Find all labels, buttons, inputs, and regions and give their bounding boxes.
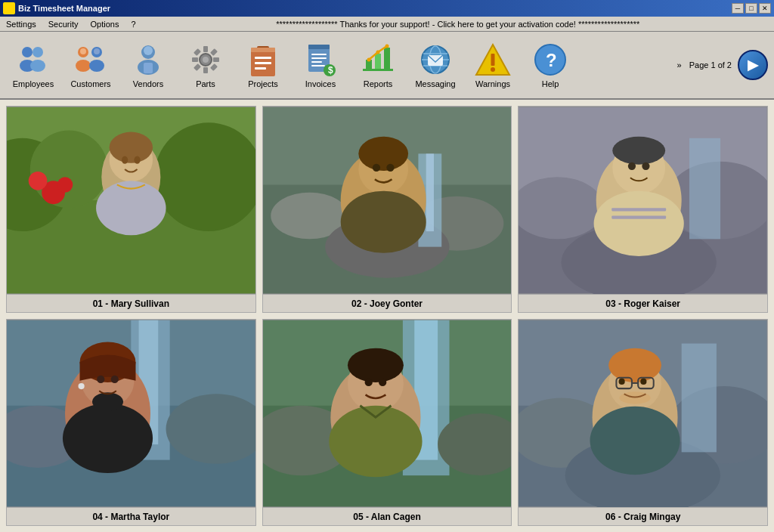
svg-text:?: ? [546,50,557,70]
employee-photo-04 [7,320,255,507]
warnings-icon [475,42,511,78]
svg-rect-33 [311,57,327,59]
toolbar-customers[interactable]: Customers [63,35,118,95]
svg-rect-128 [682,344,717,453]
employee-photo-06 [519,320,767,507]
toolbar-reports[interactable]: Reports [351,35,405,95]
svg-point-5 [76,60,91,72]
employee-card-04[interactable]: 04 - Martha Taylor [6,319,256,526]
employee-name-01: 01 - Mary Sullivan [7,294,255,312]
toolbar-employees[interactable]: Employees [6,35,60,95]
svg-rect-28 [255,67,266,70]
toolbar-vendors[interactable]: Vendors [121,35,175,95]
employee-card-01[interactable]: 01 - Mary Sullivan [6,106,256,313]
projects-label: Projects [248,79,278,88]
employee-name-04: 04 - Martha Taylor [7,507,255,525]
svg-point-138 [620,391,651,404]
employee-photo-05 [263,320,512,507]
svg-rect-41 [384,48,390,69]
svg-point-68 [122,156,128,163]
employees-label: Employees [13,79,54,88]
support-message[interactable]: ******************* Thanks for your supp… [145,20,771,29]
vendors-icon [130,42,166,78]
svg-rect-23 [210,63,218,71]
toolbar-warnings[interactable]: Warnings [466,35,520,95]
svg-point-96 [642,162,650,170]
svg-point-63 [57,177,73,193]
svg-rect-21 [210,48,218,56]
svg-point-136 [619,379,625,385]
svg-point-108 [97,376,104,383]
help-label: Help [542,79,559,88]
maximize-button[interactable]: □ [745,3,757,14]
employees-icon [15,42,51,78]
toolbar-help[interactable]: ? Help [523,35,577,95]
svg-point-69 [134,156,140,163]
svg-point-42 [367,58,371,62]
svg-point-91 [613,137,666,165]
page-info: Page 1 of 2 [689,60,732,70]
page-indicator: » Page 1 of 2 ▶ [676,50,768,80]
more-button[interactable]: » [676,59,683,71]
svg-point-119 [348,348,404,382]
svg-rect-19 [213,57,219,62]
svg-point-82 [386,164,394,172]
reports-label: Reports [364,79,393,88]
close-button[interactable]: ✕ [759,3,771,14]
toolbar: Employees Customers Vendo [0,32,774,100]
svg-point-2 [33,47,43,57]
svg-point-131 [608,348,661,382]
menu-settings[interactable]: Settings [3,18,39,30]
window-controls[interactable]: ─ □ ✕ [732,3,771,14]
next-page-button[interactable]: ▶ [738,50,768,80]
svg-point-107 [92,392,123,411]
svg-rect-52 [491,54,495,66]
menu-help-q[interactable]: ? [128,18,138,30]
employee-card-03[interactable]: 03 - Roger Kaiser [518,106,768,313]
svg-point-15 [203,57,209,63]
svg-point-12 [144,46,153,55]
menu-options[interactable]: Options [88,18,122,30]
svg-rect-32 [311,54,327,55]
svg-point-80 [340,191,426,253]
employee-card-06[interactable]: 06 - Craig Mingay [518,319,768,526]
toolbar-messaging[interactable]: Messaging [408,35,463,95]
svg-point-121 [364,379,372,386]
svg-point-43 [376,51,380,54]
svg-point-106 [63,404,153,473]
toolbar-invoices[interactable]: $ Invoices [293,35,348,95]
svg-point-66 [110,132,153,163]
svg-rect-35 [311,65,325,66]
svg-rect-88 [689,138,720,240]
svg-text:$: $ [328,65,333,76]
parts-icon [187,42,224,78]
invoices-label: Invoices [305,79,336,88]
toolbar-parts[interactable]: Parts [178,35,233,95]
employee-name-05: 05 - Alan Cagen [263,507,512,525]
svg-point-122 [379,379,386,386]
employee-card-05[interactable]: 05 - Alan Cagen [262,319,512,526]
employee-grid: 01 - Mary Sullivan [0,100,774,532]
svg-rect-20 [194,48,201,56]
title-bar-left: Biz Timesheet Manager [3,2,110,14]
svg-point-79 [358,137,408,171]
toolbar-projects[interactable]: Projects [236,35,290,95]
svg-point-62 [29,172,48,190]
employee-name-06: 06 - Craig Mingay [519,507,767,525]
messaging-icon [417,42,454,78]
employee-photo-02 [263,107,512,294]
messaging-label: Messaging [415,79,455,88]
svg-rect-13 [144,63,153,73]
svg-point-135 [590,407,680,475]
customers-label: Customers [70,79,110,88]
svg-point-109 [111,376,119,383]
svg-point-3 [30,60,45,72]
projects-icon [245,42,281,78]
employee-name-02: 02 - Joey Gonter [263,294,512,312]
employee-card-02[interactable]: 02 - Joey Gonter [262,106,512,313]
menu-security[interactable]: Security [45,18,82,30]
svg-rect-17 [203,67,208,73]
svg-point-8 [80,48,86,54]
minimize-button[interactable]: ─ [732,3,744,14]
employee-name-03: 03 - Roger Kaiser [519,294,767,312]
